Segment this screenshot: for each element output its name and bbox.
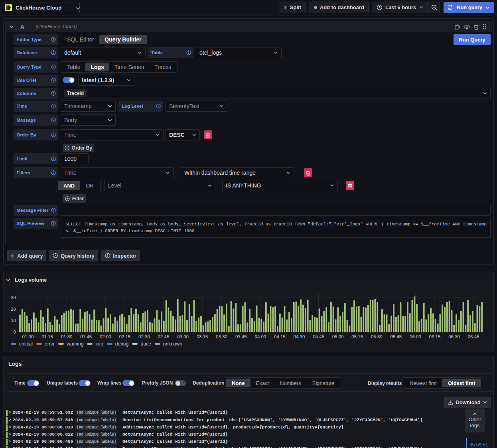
svg-text:04:30: 04:30 bbox=[294, 334, 305, 339]
svg-text:01:00: 01:00 bbox=[22, 334, 34, 339]
svg-text:03:45: 03:45 bbox=[235, 334, 247, 339]
svg-text:03:30: 03:30 bbox=[216, 334, 227, 339]
svg-text:10: 10 bbox=[11, 318, 16, 323]
svg-text:04:15: 04:15 bbox=[274, 334, 286, 339]
svg-text:01:15: 01:15 bbox=[41, 334, 53, 339]
svg-text:06:00: 06:00 bbox=[410, 334, 421, 339]
svg-text:06:15: 06:15 bbox=[429, 334, 441, 339]
svg-text:02:45: 02:45 bbox=[158, 334, 170, 339]
svg-text:05:15: 05:15 bbox=[351, 334, 363, 339]
svg-text:02:00: 02:00 bbox=[100, 334, 111, 339]
svg-text:04:00: 04:00 bbox=[254, 334, 266, 339]
svg-text:05:45: 05:45 bbox=[390, 334, 402, 339]
svg-text:02:30: 02:30 bbox=[138, 334, 150, 339]
svg-text:06:45: 06:45 bbox=[468, 334, 479, 339]
svg-text:20: 20 bbox=[11, 307, 16, 312]
svg-text:03:00: 03:00 bbox=[177, 334, 189, 339]
svg-text:05:00: 05:00 bbox=[332, 334, 344, 339]
svg-text:02:15: 02:15 bbox=[119, 334, 130, 339]
svg-text:30: 30 bbox=[11, 295, 16, 300]
svg-text:06:30: 06:30 bbox=[448, 334, 460, 339]
svg-text:03:15: 03:15 bbox=[197, 334, 208, 339]
svg-text:05:30: 05:30 bbox=[371, 334, 383, 339]
svg-text:0: 0 bbox=[14, 330, 16, 334]
svg-text:04:45: 04:45 bbox=[313, 334, 324, 339]
svg-text:01:30: 01:30 bbox=[61, 334, 73, 339]
svg-text:01:45: 01:45 bbox=[80, 334, 92, 339]
